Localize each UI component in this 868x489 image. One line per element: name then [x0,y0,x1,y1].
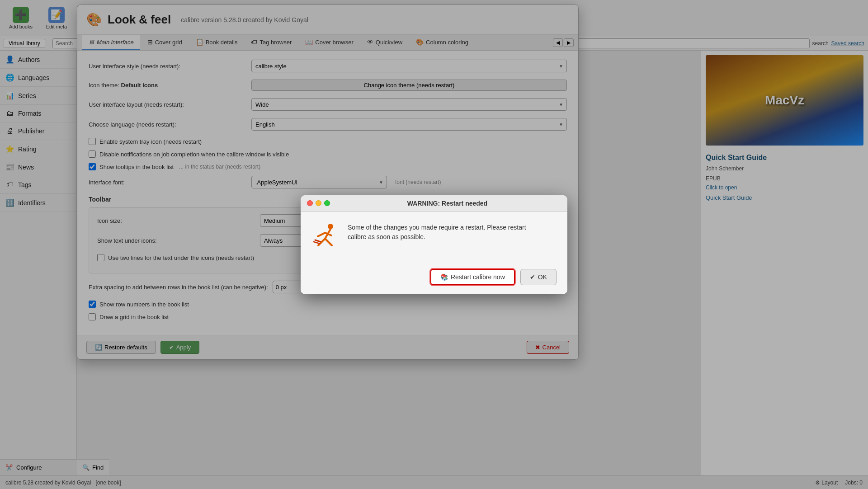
traffic-light-yellow [316,200,321,206]
svg-line-5 [325,233,331,235]
ok-button[interactable]: ✔ OK [520,269,557,285]
traffic-light-red[interactable] [307,200,313,206]
ok-icon: ✔ [530,273,535,281]
svg-line-3 [325,239,332,245]
restart-calibre-button[interactable]: 📚 Restart calibre now [430,269,515,285]
dialog-message: Some of the changes you made require a r… [348,223,526,242]
warning-dialog-overlay: WARNING: Restart needed Some of the chan… [0,0,868,489]
dialog-actions: 📚 Restart calibre now ✔ OK [301,269,567,294]
dialog-titlebar: WARNING: Restart needed [301,195,567,212]
warning-dialog: WARNING: Restart needed Some of the chan… [301,195,567,294]
dialog-title: WARNING: Restart needed [334,200,561,207]
svg-line-4 [318,233,325,236]
running-figure-svg [311,223,339,254]
traffic-light-green [324,200,330,206]
warning-icon [311,223,339,260]
dialog-body: Some of the changes you made require a r… [301,212,567,269]
restart-icon: 📚 [440,273,448,281]
traffic-lights [307,200,330,206]
